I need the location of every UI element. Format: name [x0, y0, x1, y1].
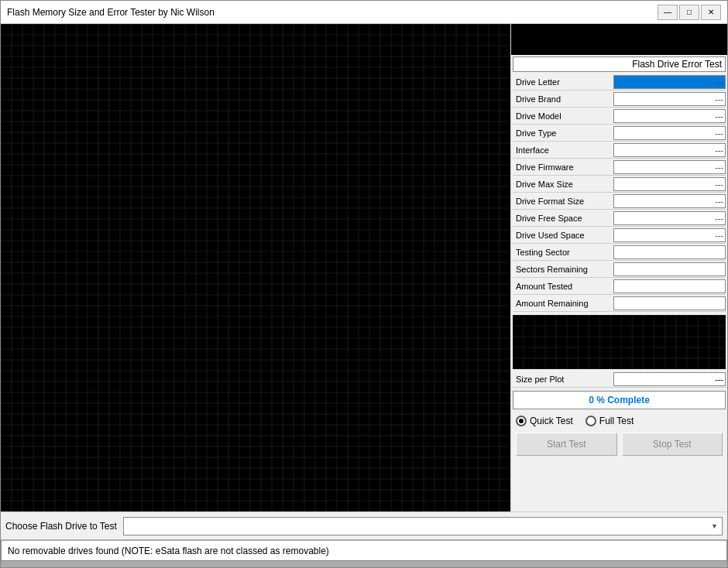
size-per-plot-value: ---: [613, 372, 726, 386]
window-controls: — □ ✕: [658, 5, 721, 20]
info-field-value: [613, 262, 726, 276]
bottom-footer: [1, 561, 727, 567]
info-field-value: ---: [613, 228, 726, 242]
info-row: Amount Tested: [513, 278, 726, 295]
status-message: No removable drives found (NOTE: eSata f…: [8, 546, 329, 556]
info-field-label: Drive Used Space: [513, 231, 613, 240]
info-field-label: Amount Tested: [513, 282, 613, 291]
right-graph-area: [513, 315, 726, 369]
info-row: Drive Type---: [513, 125, 726, 142]
info-field-value: ---: [613, 177, 726, 191]
info-field-value: ---: [613, 143, 726, 157]
info-row: Drive Free Space---: [513, 210, 726, 227]
info-field-label: Sectors Remaining: [513, 265, 613, 274]
info-field-value: ---: [613, 160, 726, 174]
quick-test-label: Quick Test: [530, 416, 573, 426]
radio-row: Quick Test Full Test: [511, 412, 727, 429]
button-row: Start Test Stop Test: [511, 429, 727, 459]
full-test-radio[interactable]: [585, 416, 596, 426]
info-row: Drive Format Size---: [513, 193, 726, 210]
info-field-label: Drive Max Size: [513, 180, 613, 189]
info-row: Amount Remaining: [513, 295, 726, 312]
right-panel: Flash Drive Error Test Drive Letter---Dr…: [510, 24, 727, 512]
info-row: Drive Letter---: [513, 74, 726, 91]
info-field-value: ---: [613, 75, 726, 89]
bottom-bar: Choose Flash Drive to Test: [1, 512, 727, 539]
drive-dropdown[interactable]: [123, 517, 723, 535]
info-row: Testing Sector: [513, 244, 726, 261]
main-content: Flash Drive Error Test Drive Letter---Dr…: [1, 24, 727, 512]
info-field-value: ---: [613, 194, 726, 208]
info-field-value: [613, 279, 726, 293]
progress-text: 0 % Complete: [589, 395, 650, 405]
info-row: Interface---: [513, 142, 726, 159]
info-field-value: ---: [613, 109, 726, 123]
info-row: Sectors Remaining: [513, 261, 726, 278]
info-row: Drive Firmware---: [513, 159, 726, 176]
info-row: Drive Max Size---: [513, 176, 726, 193]
window-title: Flash Memory Size and Error Tester by Ni…: [7, 7, 215, 18]
progress-bar: 0 % Complete: [513, 391, 726, 409]
drive-select-wrapper: [123, 517, 723, 535]
size-per-plot-label: Size per Plot: [513, 375, 613, 384]
panel-top-bar: [511, 24, 727, 55]
info-field-label: Drive Free Space: [513, 214, 613, 223]
quick-test-option[interactable]: Quick Test: [516, 416, 573, 426]
info-field-value: ---: [613, 126, 726, 140]
flash-test-header: Flash Drive Error Test: [513, 56, 726, 72]
info-table: Drive Letter---Drive Brand---Drive Model…: [511, 72, 727, 313]
main-window: Flash Memory Size and Error Tester by Ni…: [0, 0, 728, 568]
info-field-label: Interface: [513, 145, 613, 155]
info-field-label: Drive Firmware: [513, 163, 613, 172]
full-test-label: Full Test: [599, 416, 634, 426]
info-row: Drive Brand---: [513, 91, 726, 108]
info-field-label: Drive Model: [513, 111, 613, 121]
minimize-button[interactable]: —: [658, 5, 678, 20]
grid-canvas: [1, 24, 510, 512]
info-field-value: ---: [613, 92, 726, 106]
status-bar: No removable drives found (NOTE: eSata f…: [1, 539, 727, 561]
stop-test-button[interactable]: Stop Test: [622, 433, 723, 456]
maximize-button[interactable]: □: [679, 5, 699, 20]
info-field-label: Testing Sector: [513, 248, 613, 257]
info-field-label: Drive Brand: [513, 94, 613, 104]
info-field-value: ---: [613, 211, 726, 225]
info-field-label: Drive Letter: [513, 77, 613, 87]
info-field-label: Drive Type: [513, 128, 613, 138]
quick-test-radio[interactable]: [516, 416, 527, 426]
graph-canvas-area: [1, 24, 510, 512]
info-field-label: Amount Remaining: [513, 299, 613, 308]
start-test-button[interactable]: Start Test: [516, 433, 617, 456]
info-field-label: Drive Format Size: [513, 197, 613, 206]
size-per-plot-row: Size per Plot ---: [511, 371, 727, 388]
info-field-value: [613, 296, 726, 310]
full-test-option[interactable]: Full Test: [585, 416, 634, 426]
info-field-value: [613, 245, 726, 259]
info-row: Drive Used Space---: [513, 227, 726, 244]
info-row: Drive Model---: [513, 108, 726, 125]
drive-select-label: Choose Flash Drive to Test: [5, 521, 117, 532]
title-bar: Flash Memory Size and Error Tester by Ni…: [1, 1, 727, 24]
close-button[interactable]: ✕: [701, 5, 721, 20]
